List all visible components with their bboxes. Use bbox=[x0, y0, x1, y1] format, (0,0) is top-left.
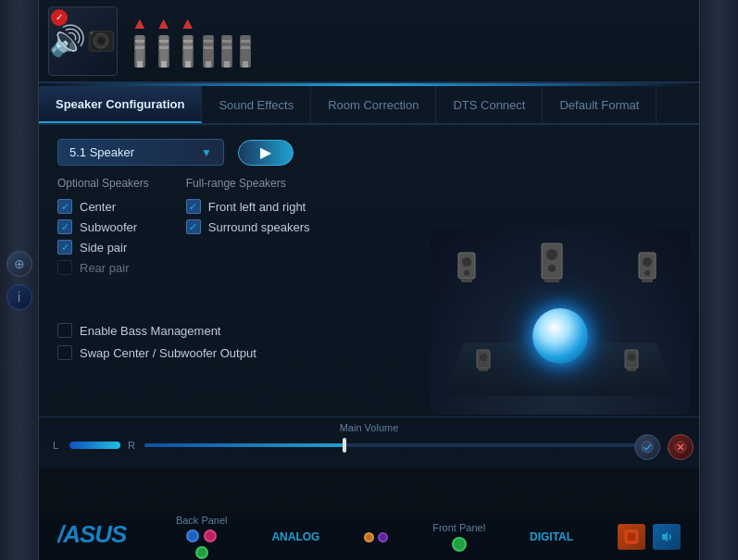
dropdown-arrow-icon: ▼ bbox=[201, 146, 212, 159]
svg-rect-20 bbox=[204, 46, 213, 49]
tab-default-format[interactable]: Default Format bbox=[543, 86, 657, 123]
side-pair-label: Side pair bbox=[80, 241, 127, 255]
svg-rect-51 bbox=[628, 533, 635, 541]
svg-rect-27 bbox=[241, 40, 250, 43]
plug-1: ▲ bbox=[131, 14, 148, 68]
bass-management-label: Enable Bass Management bbox=[80, 324, 220, 338]
swap-center-label: Swap Center / Subwoofer Output bbox=[80, 346, 256, 360]
right-channel-label: R bbox=[128, 440, 137, 451]
bass-management-checkbox[interactable] bbox=[57, 323, 72, 338]
accept-button[interactable] bbox=[634, 434, 660, 460]
plug-3: ▲ bbox=[180, 14, 196, 68]
svg-rect-7 bbox=[135, 40, 144, 43]
jack-orange-small[interactable] bbox=[364, 532, 374, 542]
jack-purple-small[interactable] bbox=[378, 532, 388, 542]
volume-section: Main Volume L R + 🔊 bbox=[39, 417, 699, 467]
center-checkbox[interactable] bbox=[57, 199, 72, 214]
checkbox-surround[interactable]: Surround speakers bbox=[186, 219, 310, 234]
checkbox-rear-pair[interactable]: Rear pair bbox=[57, 260, 149, 275]
audio-icon bbox=[658, 529, 675, 545]
tab-speaker-configuration[interactable]: Speaker Configuration bbox=[39, 86, 202, 123]
front-panel-label: Front Panel bbox=[432, 522, 485, 533]
speaker-type-dropdown[interactable]: 5.1 Speaker ▼ bbox=[57, 139, 224, 166]
svg-point-3 bbox=[99, 38, 103, 42]
cancel-button[interactable] bbox=[668, 434, 694, 460]
subwoofer-checkbox[interactable] bbox=[57, 219, 72, 234]
svg-rect-16 bbox=[183, 46, 193, 49]
side-pair-checkbox[interactable] bbox=[57, 240, 72, 255]
surround-checkbox[interactable] bbox=[186, 219, 201, 234]
play-button[interactable]: ▶ bbox=[238, 140, 294, 166]
surround-label: Surround speakers bbox=[208, 220, 310, 234]
fullrange-speakers-label: Full-range Speakers bbox=[186, 177, 310, 190]
active-badge: ✓ bbox=[51, 9, 68, 26]
analog-label: ANALOG bbox=[271, 530, 319, 543]
svg-point-39 bbox=[644, 270, 650, 276]
swap-center-checkbox[interactable] bbox=[57, 345, 72, 360]
svg-rect-23 bbox=[222, 40, 231, 43]
svg-rect-46 bbox=[627, 368, 636, 371]
checkbox-subwoofer[interactable]: Subwoofer bbox=[57, 219, 149, 234]
speaker-type-value: 5.1 Speaker bbox=[69, 145, 134, 159]
play-icon: ▶ bbox=[260, 143, 271, 161]
jack-blue-1[interactable] bbox=[186, 529, 199, 542]
svg-rect-36 bbox=[544, 279, 559, 282]
left-channel-label: L bbox=[53, 440, 62, 451]
back-panel-section: Back Panel bbox=[176, 515, 228, 559]
back-panel-jacks bbox=[186, 529, 217, 542]
left-rail-info-button[interactable]: i bbox=[6, 284, 32, 310]
viz-stage bbox=[431, 230, 690, 415]
svg-point-42 bbox=[480, 354, 487, 361]
front-lr-checkbox[interactable] bbox=[186, 199, 201, 214]
svg-rect-43 bbox=[479, 368, 488, 371]
main-volume-track[interactable] bbox=[144, 443, 644, 447]
jack-pink-1[interactable] bbox=[204, 529, 217, 542]
analog-jacks-row bbox=[364, 532, 388, 542]
volume-row: L R + 🔊 bbox=[53, 436, 685, 454]
checkbox-front-lr[interactable]: Front left and right bbox=[186, 199, 310, 214]
jack-green-1[interactable] bbox=[195, 546, 208, 559]
checkbox-center[interactable]: Center bbox=[57, 199, 149, 214]
rear-pair-checkbox[interactable] bbox=[57, 260, 72, 275]
settings-icon-button[interactable] bbox=[618, 524, 645, 550]
svg-point-34 bbox=[546, 249, 557, 260]
front-panel-jack[interactable] bbox=[452, 537, 467, 552]
svg-point-30 bbox=[462, 257, 471, 267]
tab-room-correction[interactable]: Room Correction bbox=[311, 86, 436, 123]
back-panel-label: Back Panel bbox=[176, 515, 228, 526]
speaker-visualization bbox=[431, 230, 690, 415]
svg-rect-10 bbox=[161, 61, 167, 68]
svg-rect-12 bbox=[159, 46, 169, 49]
optional-speakers-label: Optional Speakers bbox=[57, 177, 149, 190]
check-x-area bbox=[634, 434, 694, 460]
left-channel-indicator bbox=[69, 442, 120, 449]
svg-rect-28 bbox=[241, 46, 250, 49]
svg-point-38 bbox=[643, 257, 652, 267]
back-panel-jacks-2 bbox=[195, 546, 208, 559]
front-panel-section: Front Panel bbox=[432, 522, 485, 552]
svg-rect-33 bbox=[542, 243, 562, 279]
audio-icon-button[interactable] bbox=[653, 524, 681, 550]
left-rail-globe-button[interactable]: ⊕ bbox=[6, 251, 32, 277]
svg-rect-40 bbox=[642, 279, 653, 282]
rear-pair-label: Rear pair bbox=[80, 261, 129, 275]
plug-icons: ▲ ▲ bbox=[131, 14, 251, 68]
volume-label: Main Volume bbox=[53, 422, 685, 433]
center-label: Center bbox=[80, 200, 116, 214]
svg-rect-32 bbox=[461, 279, 472, 282]
svg-rect-11 bbox=[159, 40, 169, 43]
tab-sound-effects[interactable]: Sound Effects bbox=[202, 86, 311, 123]
svg-rect-14 bbox=[185, 61, 191, 68]
svg-rect-6 bbox=[137, 61, 143, 68]
plug-5 bbox=[221, 35, 232, 68]
svg-rect-22 bbox=[224, 61, 230, 68]
left-rail: ⊕ i bbox=[0, 0, 39, 560]
volume-fill bbox=[144, 443, 344, 447]
settings-icon bbox=[623, 529, 640, 545]
volume-handle[interactable] bbox=[343, 438, 346, 453]
tab-dts-connect[interactable]: DTS Connect bbox=[436, 86, 543, 123]
dropdown-row: 5.1 Speaker ▼ ▶ bbox=[57, 139, 681, 166]
svg-rect-26 bbox=[243, 61, 248, 68]
checkbox-side-pair[interactable]: Side pair bbox=[57, 240, 149, 255]
svg-rect-24 bbox=[222, 46, 231, 49]
